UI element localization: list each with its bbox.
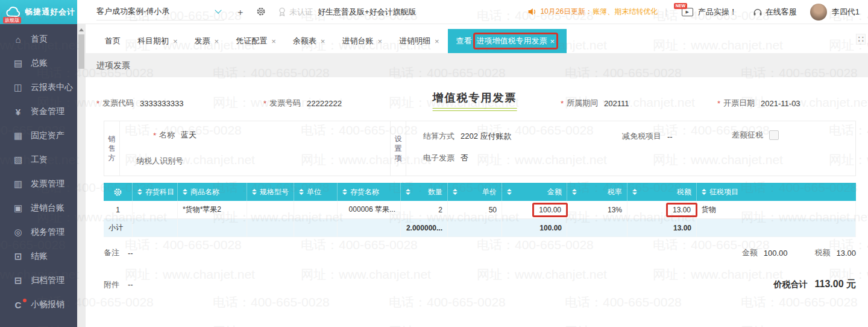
cloud-logo-icon [5,7,21,17]
column-header-tax_amount[interactable]: 税额 [627,183,697,201]
period-label: 所属期间 [567,98,598,109]
table-settings-gear-icon[interactable] [104,183,133,201]
tab-close-icon[interactable]: × [271,37,276,46]
column-header-amount[interactable]: 金额 [502,183,567,201]
tab-close-icon[interactable]: × [321,37,326,46]
einvoice-label: 电子发票 [423,153,454,164]
sidebar-item-label: 总账 [31,58,48,69]
sidebar-item-closing[interactable]: ⊡ 结账 [0,244,77,268]
invoice-code-field: * 发票代码 3333333333 [96,98,183,109]
grand-total: 价税合计 113.00 元 [773,278,856,291]
settlement-label: 结算方式 [423,131,454,142]
main-area: 首页科目期初×发票×凭证配置×余额表×进销台账×进销明细×查看进项增值税专用发票… [86,24,868,327]
subtotal-inv_name [338,219,401,237]
sidebar-item-home[interactable]: ⌂ 首页 [0,27,77,51]
announcement-date[interactable]: 10月26日更新： [540,7,593,17]
sidebar-item-purchase-sales-ledger[interactable]: ▣ 进销台账 [0,196,77,220]
tab-进销明细[interactable]: 进销明细× [391,29,448,53]
exemption-value[interactable]: -- [667,132,673,141]
invoice-date-value[interactable]: 2021-11-03 [761,99,800,108]
tab-余额表[interactable]: 余额表× [285,29,334,53]
seller-name-label: 名称 [159,130,175,141]
column-header-spec[interactable]: 规格型号 [247,183,294,201]
column-header-tax_rate[interactable]: 税率 [567,183,627,201]
tab-进销台账[interactable]: 进销台账× [333,29,391,53]
sidebar-item-cloud-report-center[interactable]: ◫ 云报表中心 [0,75,77,100]
online-service-link[interactable]: 在线客服 [753,7,797,17]
product-demo-link[interactable]: 产品实操！ [698,7,737,17]
settlement-value[interactable]: 2202 应付账款 [461,131,512,142]
subtotal-row_no: 小计 [104,219,133,237]
sidebar-item-payroll[interactable]: ▧ 工资 [0,148,77,172]
period-value[interactable]: 202111 [604,99,629,108]
sort-icon [137,189,142,195]
tax-management-icon: ◎ [13,227,24,238]
difftax-checkbox[interactable] [769,130,779,140]
add-account-button[interactable]: ＋ [236,7,245,16]
column-header-tax_item[interactable]: 征税项目 [697,183,856,201]
sidebar-item-partial-bottom[interactable]: ◌ [0,317,77,327]
sidebar-item-funds-management[interactable]: ¥ 资金管理 [0,100,77,124]
sidebar-item-fixed-assets[interactable]: ▦ 固定资产 [0,124,77,148]
vertical-divider: | [665,7,667,17]
sidebar-item-label: 工资 [31,154,48,165]
sidebar-item-general-ledger[interactable]: ▤ 总账 [0,51,77,75]
required-asterisk: * [153,131,156,140]
period-field: * 所属期间 202111 [561,98,629,109]
auth-status-group[interactable]: 未认证 好生意普及版+好会计旗舰版 [278,7,417,17]
tab-发票[interactable]: 发票× [186,29,228,53]
remark-label: 备注 [104,247,119,258]
invoice-content: * 发票代码 3333333333 * 发票号码 22222222 增值税专用发… [86,77,868,291]
avatar[interactable] [810,4,827,21]
column-header-inv_name[interactable]: 存货名称 [338,183,401,201]
tab-close-icon[interactable]: × [173,37,178,46]
column-header-price[interactable]: 单价 [448,183,502,201]
tab-首页[interactable]: 首页 [96,29,129,53]
sidebar-item-invoice-management[interactable]: ▥ 发票管理 [0,172,77,196]
tab-close-icon[interactable]: × [435,37,439,46]
column-header-qty[interactable]: 数量 [401,183,448,201]
column-header-inv_account[interactable]: 存货科目 [133,183,178,201]
online-service-label: 在线客服 [766,7,797,17]
scrollbar-thumb[interactable] [78,34,84,69]
tab-凭证配置[interactable]: 凭证配置× [227,29,285,53]
sort-icon [572,189,577,195]
invoice-table: 存货科目 商品名称 规格型号 单位 存货名称 数量 单价 [104,183,856,237]
subtotal-spec [247,219,294,237]
exemption-field: 减免税项目 -- [622,131,673,142]
cell-amount: 100.00 [502,201,567,219]
sidebar-item-archive-management[interactable]: ⊟ 归档管理 [0,268,77,293]
settings-gear-icon[interactable] [256,7,266,17]
sidebar-item-xiaochang-reimburse[interactable]: C 小畅报销 [0,293,77,317]
tab-close-icon[interactable]: × [550,37,555,46]
account-selector[interactable]: 客户成功案例-傅小承 [96,4,224,21]
remark-value[interactable]: -- [128,249,133,258]
title-underline [433,108,517,111]
invoice-title: 增值税专用发票 [433,90,517,105]
einvoice-value[interactable]: 否 [461,153,468,164]
cell-inv_name: 000006 苹果... [338,201,401,219]
announcement-text[interactable]: 账簿、期末结转优化 [593,7,658,17]
tab-科目期初[interactable]: 科目期初× [129,29,186,53]
scroll-up-arrow-icon[interactable] [79,28,84,31]
tab-close-icon[interactable]: × [215,37,219,46]
annotation-red-box-tax_amount: 13.00 [666,203,697,217]
sidebar-item-tax-management[interactable]: ◎ 税务管理 [0,220,77,244]
column-header-product_name[interactable]: 商品名称 [178,183,247,201]
tab-close-icon[interactable]: × [377,37,382,46]
seller-name-value[interactable]: 蓝天 [181,130,197,141]
subtotal-inv_account [133,219,178,237]
sort-icon [406,189,410,195]
tab-overflow-button[interactable]: ∷ [856,34,866,45]
invoice-number-value[interactable]: 22222222 [307,99,342,108]
tab-进项增值税专用发票[interactable]: 查看进项增值税专用发票× [448,29,567,53]
product-demo-icon[interactable]: ▶ NEW [682,8,693,16]
invoice-code-value[interactable]: 3333333333 [140,99,183,108]
seller-fields: * 名称 蓝天 纳税人识别号 [120,121,390,176]
sidebar-scrollbar[interactable] [77,24,86,327]
attachment-value[interactable]: -- [128,280,133,289]
funds-management-icon: ¥ [13,107,24,117]
user-name[interactable]: 李四代1 [832,7,860,17]
column-header-unit[interactable]: 单位 [294,183,338,201]
partial-bottom-icon: ◌ [13,324,24,327]
